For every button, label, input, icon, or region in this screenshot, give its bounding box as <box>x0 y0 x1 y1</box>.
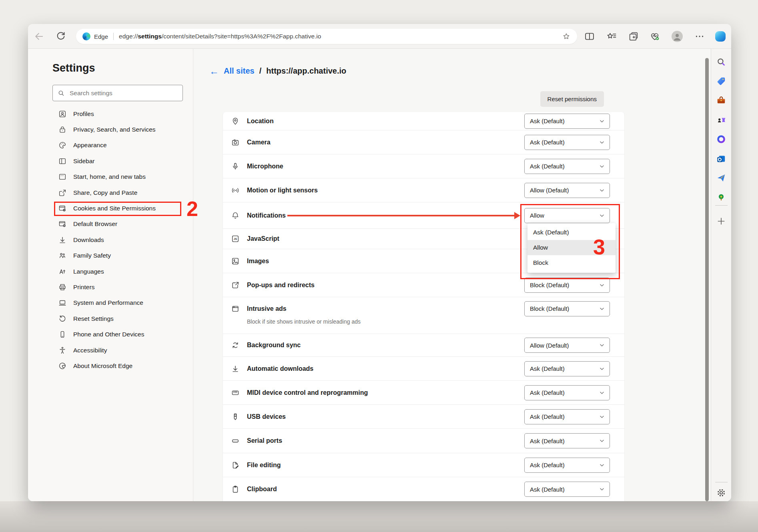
permission-label: Background sync <box>247 342 517 349</box>
more-menu-icon[interactable] <box>694 31 705 42</box>
favorites-icon[interactable] <box>606 31 617 42</box>
search-input[interactable] <box>69 89 178 97</box>
back-icon[interactable] <box>34 31 45 42</box>
accessibility-icon <box>58 346 67 355</box>
automatic-downloads-dropdown[interactable]: Ask (Default) <box>524 361 610 376</box>
sidebar-item-reset-settings[interactable]: Reset Settings <box>28 311 193 326</box>
midi-device-control-and-reprogramming-dropdown[interactable]: Ask (Default) <box>524 385 610 400</box>
copilot-icon[interactable] <box>715 31 726 42</box>
sidebar-item-privacy-search-and-services[interactable]: Privacy, Search, and Services <box>28 122 193 137</box>
usb-devices-dropdown[interactable]: Ask (Default) <box>524 409 610 424</box>
languages-icon <box>58 267 67 276</box>
sidebar-item-label: Profiles <box>73 110 94 118</box>
javascript-icon: JS <box>231 234 240 243</box>
permission-row-camera: CameraAsk (Default) <box>223 130 624 154</box>
pop-ups-and-redirects-dropdown[interactable]: Block (Default) <box>524 278 610 293</box>
games-icon[interactable] <box>716 115 726 125</box>
clipboard-dropdown[interactable]: Ask (Default) <box>524 482 610 497</box>
address-bar-separator <box>113 33 114 40</box>
motion-sensors-icon <box>231 186 240 195</box>
dropdown-value: Ask (Default) <box>530 118 565 124</box>
sidebar-item-label: Sidebar <box>73 158 94 165</box>
chevron-down-icon <box>599 282 605 288</box>
sidebar-item-appearance[interactable]: Appearance <box>28 138 193 153</box>
sidebar-item-label: Reset Settings <box>73 315 114 322</box>
auto-download-icon <box>231 364 240 373</box>
page-scrollbar[interactable] <box>705 58 709 501</box>
permission-label: MIDI device control and reprogramming <box>247 389 517 396</box>
settings-search-box[interactable] <box>52 85 183 101</box>
permission-row-midi-device-control-and-reprogramming: MIDI device control and reprogrammingAsk… <box>223 381 624 405</box>
images-icon <box>231 257 240 266</box>
intrusive-ads-dropdown[interactable]: Block (Default) <box>524 301 610 316</box>
sidebar-item-phone-and-other-devices[interactable]: Phone and Other Devices <box>28 326 193 342</box>
motion-or-light-sensors-dropdown[interactable]: Allow (Default) <box>524 183 610 198</box>
settings-gear-icon[interactable] <box>716 488 726 498</box>
rail-divider <box>715 482 728 482</box>
breadcrumb-all-sites-link[interactable]: All sites <box>224 66 255 76</box>
notifications-dropdown[interactable]: Allow <box>524 208 610 223</box>
sidebar-item-about-microsoft-edge[interactable]: About Microsoft Edge <box>28 358 193 374</box>
sidebar-item-languages[interactable]: Languages <box>28 264 193 279</box>
sidebar-item-label: Default Browser <box>73 220 117 228</box>
midi-icon <box>231 388 240 397</box>
dropdown-value: Allow (Default) <box>530 342 569 349</box>
url-text[interactable]: edge://settings/content/siteDetails?site… <box>119 33 562 40</box>
sidebar-item-start-home-and-new-tabs[interactable]: Start, home, and new tabs <box>28 169 193 185</box>
sidebar-item-share-copy-and-paste[interactable]: Share, Copy and Paste <box>28 185 193 200</box>
downloads-icon <box>58 236 67 244</box>
serial-ports-dropdown[interactable]: Ask (Default) <box>524 433 610 448</box>
star-icon[interactable] <box>562 32 571 41</box>
sidebar-item-printers[interactable]: Printers <box>28 279 193 295</box>
sidebar-item-accessibility[interactable]: Accessibility <box>28 342 193 358</box>
shopping-icon[interactable] <box>716 76 726 86</box>
sidebar-item-family-safety[interactable]: Family Safety <box>28 248 193 264</box>
sidebar-item-label: Phone and Other Devices <box>73 331 144 338</box>
reset-permissions-button[interactable]: Reset permissions <box>540 91 604 107</box>
background-sync-dropdown[interactable]: Allow (Default) <box>524 338 610 353</box>
bell-icon <box>231 211 240 220</box>
microsoft365-icon[interactable] <box>716 134 726 144</box>
permission-label: File editing <box>247 462 517 469</box>
file-editing-dropdown[interactable]: Ask (Default) <box>524 458 610 473</box>
collections-icon[interactable] <box>628 31 639 42</box>
rail-divider <box>715 205 728 206</box>
background-sync-icon <box>231 341 240 350</box>
sidebar-item-system-and-performance[interactable]: System and Performance <box>28 295 193 311</box>
permission-row-clipboard: ClipboardAsk (Default) <box>223 477 624 501</box>
browser-essentials-icon[interactable] <box>649 31 660 42</box>
chevron-down-icon <box>599 462 605 468</box>
sidebar-item-default-browser[interactable]: Default Browser <box>28 216 193 232</box>
add-icon[interactable] <box>716 216 726 226</box>
camera-dropdown[interactable]: Ask (Default) <box>524 135 610 150</box>
sidebar-item-label: About Microsoft Edge <box>73 362 132 370</box>
address-bar[interactable]: Edge edge://settings/content/siteDetails… <box>76 29 577 44</box>
page-title: Settings <box>52 62 193 74</box>
permission-row-microphone: MicrophoneAsk (Default) <box>223 154 624 178</box>
browser-toolbar: Edge edge://settings/content/siteDetails… <box>28 24 731 49</box>
tree-icon[interactable] <box>716 192 726 203</box>
split-screen-icon[interactable] <box>584 31 595 42</box>
chevron-down-icon <box>599 140 605 145</box>
sidebar-item-cookies-and-site-permissions[interactable]: Cookies and Site Permissions <box>28 200 193 216</box>
sidebar-item-label: Accessibility <box>73 347 107 354</box>
chevron-down-icon <box>599 342 605 348</box>
outlook-icon[interactable] <box>716 154 726 164</box>
annotation-number-3: 3 <box>593 236 605 258</box>
designer-icon[interactable] <box>716 173 726 183</box>
refresh-icon[interactable] <box>55 31 66 42</box>
annotation-arrow-head <box>514 212 520 219</box>
microphone-dropdown[interactable]: Ask (Default) <box>524 159 610 174</box>
profile-avatar[interactable] <box>672 31 683 42</box>
search-icon[interactable] <box>716 57 726 67</box>
location-dropdown[interactable]: Ask (Default) <box>524 114 610 129</box>
toolbox-icon[interactable] <box>716 95 726 106</box>
permission-label: Serial ports <box>247 437 517 444</box>
sidebar-item-sidebar[interactable]: Sidebar <box>28 153 193 169</box>
sidebar-item-downloads[interactable]: Downloads <box>28 232 193 248</box>
sidebar-item-profiles[interactable]: Profiles <box>28 106 193 122</box>
sidebar-item-label: Family Safety <box>73 252 111 259</box>
back-arrow-icon[interactable]: ← <box>209 67 219 75</box>
breadcrumb: ← All sites / https://app.chative.io <box>209 66 346 76</box>
permission-label: Microphone <box>247 163 517 170</box>
